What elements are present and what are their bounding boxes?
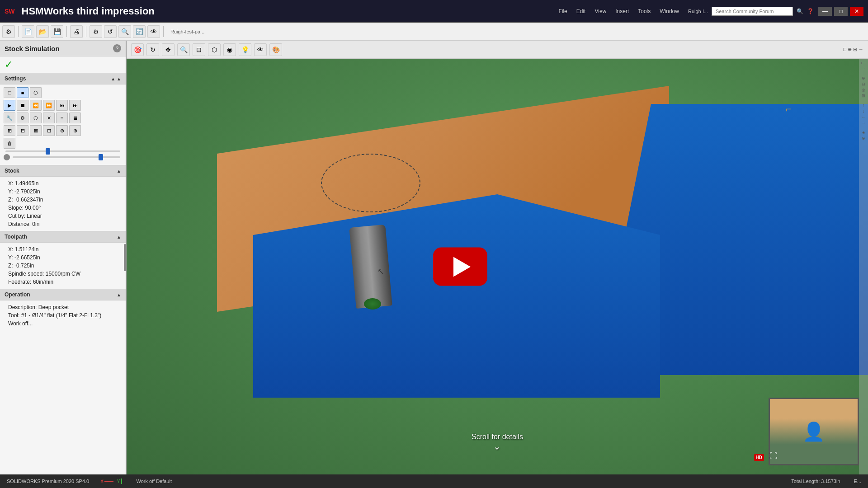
rt-icon-10[interactable]: ⊗	[862, 136, 865, 141]
view-icon-1[interactable]: ⊞	[4, 125, 15, 136]
toolpath-label: Toolpath	[5, 234, 27, 240]
rt-icon-3[interactable]: ◎	[862, 88, 865, 92]
view-button[interactable]: 👁	[147, 25, 160, 38]
tool-icon-3[interactable]: ⬡	[30, 113, 42, 123]
rt-icon-8[interactable]: →	[862, 121, 866, 125]
webcam-preview: 👤	[769, 398, 859, 465]
youtube-play-overlay[interactable]	[433, 248, 487, 286]
vt-section-icon[interactable]: ⊟	[193, 43, 205, 56]
vt-zoom-icon[interactable]: 🔍	[177, 43, 190, 56]
stock-section-header[interactable]: Stock ▲	[0, 165, 126, 177]
vt-lights-icon[interactable]: 💡	[239, 43, 251, 56]
quality-thumb[interactable]	[99, 154, 103, 160]
menu-file[interactable]: File	[558, 8, 567, 14]
tool-icon-4[interactable]: ✕	[43, 113, 55, 123]
open-button[interactable]: 📂	[36, 25, 49, 38]
window-title: HSMWorks third impression	[22, 5, 559, 17]
vt-rotate-icon[interactable]: ↻	[146, 43, 159, 56]
sw-logo: SW	[5, 8, 15, 15]
edge-label: E...	[847, 479, 868, 484]
rt-icon-1[interactable]: ⊕	[862, 76, 865, 80]
rt-icon-5[interactable]: ↑	[863, 103, 865, 108]
step-button[interactable]: ⏩	[43, 100, 55, 111]
new-button[interactable]: 📄	[22, 25, 34, 38]
scroll-up-icon[interactable]: ▲	[117, 76, 121, 81]
rt-icon-6[interactable]: ↓	[863, 109, 865, 113]
stop-button[interactable]: ⏹	[17, 100, 28, 111]
solidworks-button[interactable]: ⚙	[2, 25, 15, 38]
menu-tools[interactable]: Tools	[638, 8, 651, 14]
view-icon-3[interactable]: ⊠	[30, 125, 42, 136]
tab-label[interactable]: Ruigh-fest-pa...	[167, 29, 208, 34]
settings-section-header[interactable]: Settings ▲ ▲	[0, 73, 126, 84]
play-button[interactable]: ▶	[4, 100, 15, 111]
menu-bar: File Edit View Insert Tools Window	[558, 8, 679, 14]
rt-arrow-2[interactable]: →	[862, 66, 866, 71]
menu-edit[interactable]: Edit	[576, 8, 586, 14]
rotate-button[interactable]: 🔄	[133, 25, 146, 38]
rt-icon-9[interactable]: ◈	[862, 130, 865, 135]
view-icon-2[interactable]: ⊟	[17, 125, 28, 136]
total-length-label: Total Length: 3.1573in	[784, 479, 847, 484]
main-viewport[interactable]: ↖ ⌐ Scroll for details ⌄ 👤 HD ⛶ ⟵ → ⊕ ⊟ …	[127, 59, 868, 474]
settings-button[interactable]: ⚙	[90, 25, 102, 38]
speed-track[interactable]	[5, 150, 120, 152]
toolpath-content: X: 1.51124in Y: -2.66525in Z: -0.725in S…	[0, 243, 126, 289]
quality-track[interactable]	[13, 156, 120, 158]
panel-header: Stock Simulation ?	[0, 41, 126, 56]
minimize-button[interactable]: —	[818, 7, 832, 16]
rt-icon-2[interactable]: ⊟	[862, 82, 865, 86]
help-button[interactable]: ?	[113, 44, 121, 52]
toolbar-separator3	[86, 26, 86, 37]
corner-indicator-tr: ⌐	[786, 104, 791, 114]
tool-icon-5[interactable]: ≡	[56, 113, 68, 123]
forward-button[interactable]: ⏭	[69, 100, 81, 111]
speed-slider-row	[4, 150, 122, 152]
quality-icon	[4, 154, 10, 160]
display-mode-2[interactable]: ■	[17, 87, 28, 98]
menu-window[interactable]: Window	[660, 8, 679, 14]
toolpath-collapse-icon: ▲	[117, 235, 121, 239]
panel-scrollbar[interactable]	[124, 244, 126, 271]
fullscreen-button[interactable]: ⛶	[769, 451, 778, 461]
view-icon-6[interactable]: ⊕	[69, 125, 81, 136]
view-icon-4[interactable]: ⊡	[43, 125, 55, 136]
zoom-button[interactable]: 🔍	[118, 25, 131, 38]
save-button[interactable]: 💾	[51, 25, 63, 38]
trash-icon[interactable]: 🗑	[4, 138, 15, 149]
bottom-statusbar: SOLIDWORKS Premium 2020 SP4.0 X Y Work o…	[0, 474, 868, 488]
accept-button[interactable]: ✓	[0, 56, 126, 73]
question-icon[interactable]: ❓	[807, 8, 814, 14]
stepback-button[interactable]: ⏪	[30, 100, 42, 111]
rt-arrow-1[interactable]: ⟵	[861, 61, 867, 65]
close-button[interactable]: ✕	[850, 7, 863, 16]
maximize-button[interactable]: □	[834, 7, 848, 16]
vt-hide-icon[interactable]: 👁	[254, 43, 267, 56]
display-mode-1[interactable]: □	[4, 87, 15, 98]
menu-insert[interactable]: Insert	[615, 8, 629, 14]
vt-appear-icon[interactable]: 🎨	[269, 43, 282, 56]
youtube-play-button[interactable]	[433, 248, 487, 286]
tool-icon-2[interactable]: ⚙	[17, 113, 28, 123]
search-input[interactable]	[712, 7, 793, 16]
operation-section-header[interactable]: Operation ▲	[0, 289, 126, 300]
search-icon[interactable]: 🔍	[797, 8, 803, 14]
webcam-person: 👤	[770, 399, 858, 464]
view-icon-5[interactable]: ⊛	[56, 125, 68, 136]
vt-orient-icon[interactable]: 🎯	[131, 43, 144, 56]
rt-icon-7[interactable]: ←	[862, 115, 866, 119]
settings-icon-row-4: ⊞ ⊟ ⊠ ⊡ ⊛ ⊕	[4, 125, 122, 136]
menu-view[interactable]: View	[594, 8, 606, 14]
vt-view-icon[interactable]: ⬡	[208, 43, 221, 56]
vt-display-icon[interactable]: ◉	[223, 43, 236, 56]
vt-pan-icon[interactable]: ✥	[162, 43, 175, 56]
rt-icon-4[interactable]: ⊞	[862, 94, 865, 98]
toolpath-section-header[interactable]: Toolpath ▲	[0, 231, 126, 243]
tool-icon-6[interactable]: ≣	[69, 113, 81, 123]
speed-thumb[interactable]	[46, 148, 50, 155]
tool-icon-1[interactable]: 🔧	[4, 113, 15, 123]
rewind-button[interactable]: ⏮	[56, 100, 68, 111]
print-button[interactable]: 🖨	[70, 25, 83, 38]
rebuild-button[interactable]: ↺	[104, 25, 117, 38]
display-mode-3[interactable]: ⬡	[30, 87, 42, 98]
